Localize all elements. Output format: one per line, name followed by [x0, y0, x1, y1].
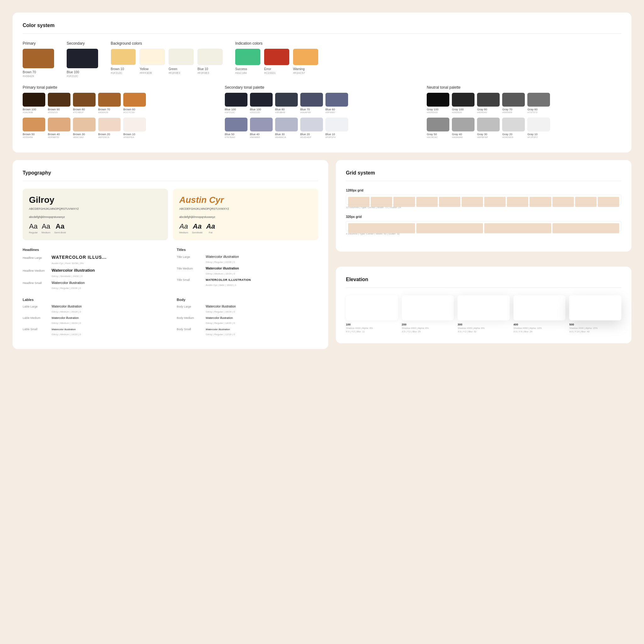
titles-section-title: Titles [177, 248, 318, 252]
palette-item: Gray 10#F2F2F2 [527, 118, 550, 139]
gilroy-alphabet-upper: ABCDEFGHIJKLMNOPQRSTUVWXYZ [29, 207, 162, 211]
headline-large-value: WATERCOLOR ILLUS... Austin Cyr | Font: 3… [52, 255, 164, 265]
type-detail-headlines-titles: Headlines Headline Large WATERCOLOR ILLU… [23, 248, 318, 293]
grid-1280-label: 1280px grid [346, 189, 621, 192]
titles-col: Titles Title Large Watercolor illustrati… [177, 248, 318, 293]
swatch-color-green [169, 49, 194, 65]
palette-item: Gray 60#737373 [527, 93, 550, 114]
label-large-label: Lable Large [23, 305, 48, 308]
palette-item: Blue 30#B4B8CA [275, 118, 298, 139]
indication-section: Indication colors Success #41C184 Error … [235, 41, 318, 78]
label-large-name: Watercolor illustration [52, 305, 164, 308]
labels-col: Lables Lable Large Watercolor illustrati… [23, 298, 164, 339]
palette-item: Blue 80#353B48 [275, 93, 298, 114]
title-small-value: WATERCOLOR ILLUSTRATION Austin Cyr | Ita… [206, 278, 318, 287]
austin-fat: Aa Fat [206, 223, 215, 234]
swatch-success: Success #41C184 [235, 49, 260, 75]
body-medium-item: Body Medium Watercolor illustration Gilr… [177, 316, 318, 325]
swatch-color-blue100 [67, 49, 98, 68]
headlines-section-title: Headlines [23, 248, 164, 252]
type-detail-labels-body: Lables Lable Large Watercolor illustrati… [23, 298, 318, 339]
headline-medium-item: Headline Medium Watercolor illustration … [23, 268, 164, 278]
title-large-value: Watercolor illustration Gilroy | Regular… [206, 255, 318, 264]
palette-item: Blue 100#20222D [250, 93, 273, 114]
title-large-label: Title Large [177, 255, 202, 258]
title-medium-value: Watercolor illustration Gilroy | Medium … [206, 267, 318, 276]
palette-item: Gray 20#D9D9D9 [502, 118, 525, 139]
label-medium-item: Lable Medium Watercolor illustration Gil… [23, 316, 164, 325]
palette-item: Blue 10#F0F1F4 [325, 118, 348, 139]
palette-item: Brown 40#DFAB7D [48, 118, 70, 139]
label-small-value: Watercolor illustration Gilroy | Medium … [52, 328, 164, 336]
gilroy-weights: Aa Regular Aa Medium Aa Semi-Bold [29, 223, 162, 234]
headline-medium-label: Headline Medium [23, 269, 48, 272]
secondary-tonal-title: Secondary tonal palette [225, 85, 419, 90]
body-large-meta: Gilroy | Regular | 16/24 | 0 [206, 310, 235, 313]
label-medium-meta: Gilroy | Medium | 16/24 | 0 [52, 322, 81, 325]
gilroy-box: Gilroy ABCDEFGHIJKLMNOPQRSTUVWXYZ abcdef… [23, 189, 168, 240]
austin-medium: Aa Medium [179, 223, 188, 234]
typography-card: Typography Gilroy ABCDEFGHIJKLMNOPQRSTUV… [13, 160, 328, 349]
elevation-400-label: 400 [514, 323, 566, 326]
label-small-label: Lable Small [23, 328, 48, 331]
type-samples: Gilroy ABCDEFGHIJKLMNOPQRSTUVWXYZ abcdef… [23, 189, 318, 240]
swatch-brown70: Brown 70 #A56429 [23, 49, 54, 78]
body-small-item: Body Small Watercolor Illustration Gilro… [177, 328, 318, 336]
elevation-box-300 [458, 295, 510, 320]
palette-item: Brown 20#EFD9C6 [98, 118, 121, 139]
austin-aa-semibold: Aa [193, 223, 202, 230]
swatch-color-brown10 [111, 49, 136, 65]
label-medium-value: Watercolor illustration Gilroy | Medium … [52, 316, 164, 325]
austin-semibold-label: Semibold [192, 231, 202, 234]
austin-semibold: Aa Semibold [192, 223, 202, 234]
elevation-300: 300 Shadow #000 | Alpha: 8%X:0 | Y:2 | B… [458, 295, 510, 333]
headline-small-meta: Gilroy | Regular | 22/28 | 0 [52, 287, 81, 290]
headlines-col: Headlines Headline Large WATERCOLOR ILLU… [23, 248, 164, 293]
title-small-item: Title Small WATERCOLOR ILLUSTRATION Aust… [177, 278, 318, 287]
swatch-blue100: Blue 100 #1F212C [67, 49, 98, 78]
swatch-color-warning [293, 49, 318, 65]
palette-item: Brown 100#2A190B [23, 93, 45, 114]
body-small-value: Watercolor Illustration Gilroy | Regular… [206, 328, 318, 336]
palette-item: Blue 50#787EA0 [225, 118, 247, 139]
primary-section: Primary Brown 70 #A56429 [23, 41, 54, 78]
title-large-meta: Gilroy | Regular | 22/28 | 0 [206, 261, 235, 264]
indication-title: Indication colors [235, 41, 318, 46]
headline-large-meta: Austin Cyr | Font: 32/38 | 3% [52, 262, 84, 265]
title-medium-item: Title Medium Watercolor illustration Gil… [177, 267, 318, 276]
grid-1280-visual [346, 195, 621, 205]
swatch-color-success [235, 49, 260, 65]
elevation-100: 100 Shadow #000 | Alpha: 6%X:0 | Y:2 | B… [346, 295, 398, 333]
grid-system-title: Grid system [346, 170, 621, 176]
body-medium-name: Watercolor illustration [206, 316, 318, 319]
palette-item: Gray 70#595959 [502, 93, 525, 114]
headline-small-item: Headline Small Watercolor illustration G… [23, 281, 164, 290]
grid-system-card: Grid system 1280px grid 12 columns | Typ… [336, 160, 631, 252]
swatch-color-error [264, 49, 289, 65]
palette-item: Brown 60#CC7C33 [123, 93, 146, 114]
title-small-label: Title Small [177, 278, 202, 281]
austin-weights: Aa Medium Aa Semibold Aa Fat [179, 223, 312, 234]
austin-aa-fat: Aa [206, 223, 215, 230]
austin-alphabet-upper: ABCDEFGHIJKLMNOPQRSTUVWXYZ [179, 207, 312, 211]
palette-item: Blue 100#1F212C [225, 93, 247, 114]
title-medium-label: Title Medium [177, 267, 202, 270]
grid-1280: 1280px grid 12 columns | Type: Center | … [346, 189, 621, 209]
gilroy-regular: Aa Regular [29, 223, 38, 234]
palette-item: Gray 30#BFBFBF [477, 118, 500, 139]
swatch-color-brown70 [23, 49, 54, 68]
headline-large-label: Headline Large [23, 256, 48, 259]
elevation-box-500 [569, 295, 621, 320]
body-small-label: Body Small [177, 328, 202, 331]
palette-item: Gray 50#8C8C8C [427, 118, 449, 139]
elevation-box-100 [346, 295, 398, 320]
elevation-title: Elevation [346, 277, 621, 282]
grid-320-label: 320px grid [346, 215, 621, 219]
elevation-box-200 [402, 295, 454, 320]
headline-small-label: Headline Small [23, 281, 48, 285]
palette-item: Brown 30#E8C3A2 [73, 118, 96, 139]
headline-medium-name: Watercolor illustration [52, 268, 164, 273]
elevation-400-meta: Shadow #000 | Alpha: 10%X:0 | Y:6 | Blur… [514, 327, 566, 333]
grid-320: 320px grid 4 columns | Type: Center | Wi… [346, 215, 621, 235]
swatch-error: Error #C23321 [264, 49, 289, 75]
